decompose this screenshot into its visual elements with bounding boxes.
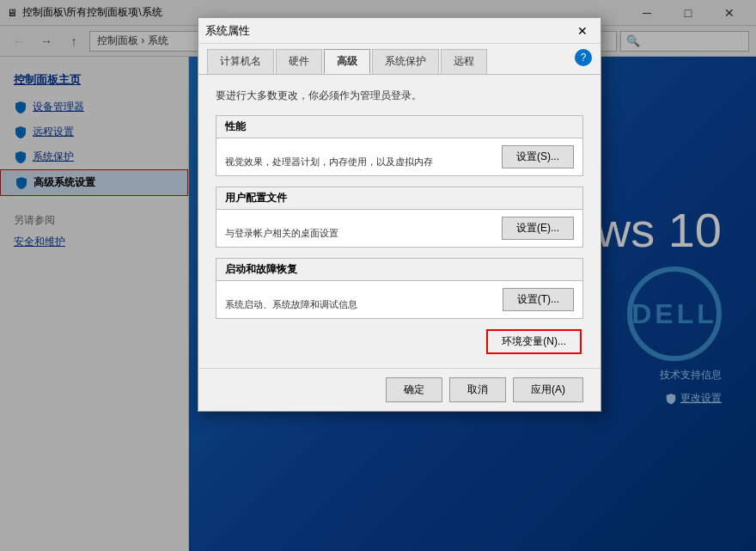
dialog-footer: 确定 取消 应用(A) [198,368,601,411]
performance-body: 视觉效果，处理器计划，内存使用，以及虚拟内存 设置(S)... [216,138,582,175]
user-profiles-section: 用户配置文件 与登录帐户相关的桌面设置 设置(E)... [216,187,583,248]
tab-hardware[interactable]: 硬件 [276,49,322,74]
dialog-notice: 要进行大多数更改，你必须作为管理员登录。 [216,89,583,103]
dialog-close-button[interactable]: ✕ [571,21,594,40]
performance-section: 性能 视觉效果，处理器计划，内存使用，以及虚拟内存 设置(S)... [216,115,583,176]
main-window: 🖥 控制面板\所有控制面板项\系统 ─ □ ✕ ← → ↑ 控制面板 › 系统 … [0,0,756,551]
user-profiles-header: 用户配置文件 [216,187,582,210]
user-profiles-body: 与登录帐户相关的桌面设置 设置(E)... [216,210,582,247]
apply-button[interactable]: 应用(A) [513,377,583,402]
startup-recovery-desc: 系统启动、系统故障和调试信息 [225,298,492,311]
ok-button[interactable]: 确定 [386,377,442,402]
tab-computer-name[interactable]: 计算机名 [207,49,274,74]
performance-desc: 视觉效果，处理器计划，内存使用，以及虚拟内存 [225,156,491,168]
performance-settings-button[interactable]: 设置(S)... [502,145,574,168]
dialog-title: 系统属性 [205,23,571,39]
tab-bar: 计算机名 硬件 高级 系统保护 远程 ? [198,44,601,75]
startup-settings-button[interactable]: 设置(T)... [503,288,574,311]
startup-recovery-header: 启动和故障恢复 [216,259,582,281]
tab-system-protection[interactable]: 系统保护 [372,49,439,74]
startup-recovery-section: 启动和故障恢复 系统启动、系统故障和调试信息 设置(T)... [216,258,583,319]
startup-recovery-body: 系统启动、系统故障和调试信息 设置(T)... [216,281,582,318]
dialog-titlebar: 系统属性 ✕ [198,18,601,44]
tab-remote[interactable]: 远程 [441,49,487,74]
dialog-body: 要进行大多数更改，你必须作为管理员登录。 性能 视觉效果，处理器计划，内存使用，… [198,75,601,368]
env-vars-container: 环境变量(N)... [216,329,583,354]
performance-header: 性能 [216,116,582,138]
help-button[interactable]: ? [575,49,592,66]
cancel-button[interactable]: 取消 [449,377,506,402]
user-profiles-desc: 与登录帐户相关的桌面设置 [225,227,491,240]
system-properties-dialog: 系统属性 ✕ 计算机名 硬件 高级 系统保护 远程 ? 要进行 [198,17,601,412]
env-vars-button[interactable]: 环境变量(N)... [486,329,582,354]
user-profiles-settings-button[interactable]: 设置(E)... [502,217,574,240]
tab-advanced[interactable]: 高级 [324,49,370,74]
